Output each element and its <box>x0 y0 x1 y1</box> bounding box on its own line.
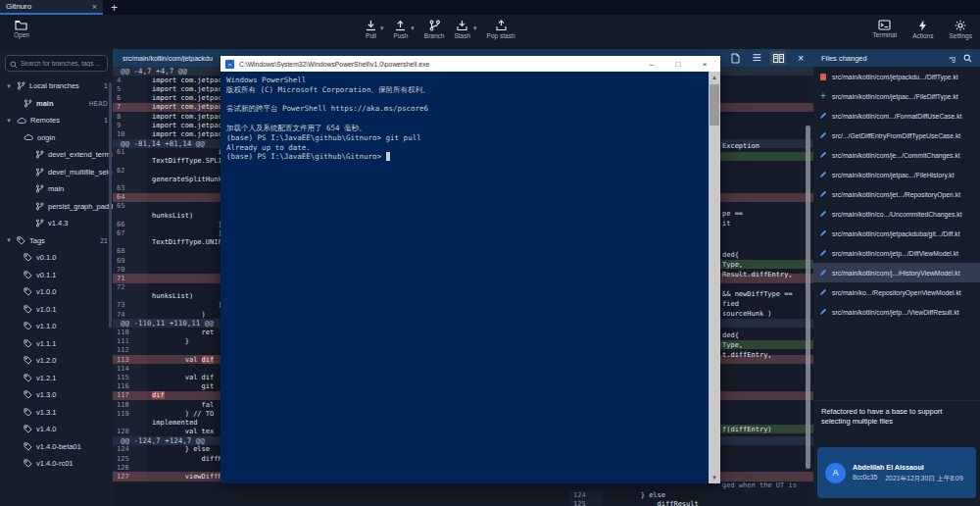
tag-icon <box>24 253 32 262</box>
sidebar-item-remote-branch[interactable]: persist_graph_paddin <box>0 198 113 216</box>
powershell-scrollbar[interactable]: ▲ ▼ <box>709 72 720 483</box>
console-line: Already up to date. <box>226 143 705 153</box>
pop-stash-icon <box>495 20 508 31</box>
chevron-down-icon[interactable]: ▾ <box>5 236 13 244</box>
line-number: 66 <box>113 220 147 228</box>
sidebar-item-tag[interactable]: v0.1.0 <box>0 249 113 267</box>
branch-icon <box>17 81 25 90</box>
terminal-button[interactable]: Terminal <box>873 20 898 39</box>
diff-right-fragment: ded{ <box>722 250 813 259</box>
close-tab-icon[interactable]: × <box>92 2 97 12</box>
split-view-icon[interactable] <box>770 51 786 65</box>
powershell-titlebar[interactable]: > C:\Windows\System32\WindowsPowerShell\… <box>220 56 720 72</box>
modified-file-icon <box>819 249 827 257</box>
scroll-down-icon[interactable]: ▼ <box>709 472 720 483</box>
pull-button[interactable]: Pull <box>365 20 377 39</box>
changed-file-row[interactable]: src/main/kotlin/com/jetpac.../FileHistor… <box>813 165 980 184</box>
line-number <box>113 157 147 166</box>
tag-icon <box>24 408 32 417</box>
changed-file-row[interactable]: src/main/kotlin/com/jetp.../ViewDiffResu… <box>813 302 980 322</box>
changed-file-row[interactable]: src/main/kotlin/com/jetpackdu.../DiffTyp… <box>813 67 980 86</box>
code-text: } else <box>603 490 665 499</box>
repository-tab[interactable]: Gitnuro × <box>0 0 103 15</box>
tag-label: v1.1.0 <box>36 322 56 330</box>
changed-file-row[interactable]: src/main/kotlin/com/je.../CommitChanges.… <box>813 145 980 165</box>
sidebar-item-tag[interactable]: v1.3.0 <box>0 386 113 404</box>
changed-file-row[interactable]: src/main/kotlin/com/jetpackduba/git.../D… <box>813 224 980 243</box>
actions-button[interactable]: Actions <box>912 20 933 39</box>
changed-file-row[interactable]: src/main/kotlin/co.../UncommitedChanges.… <box>813 204 980 224</box>
powershell-console[interactable]: Windows PowerShell版权所有 (C) Microsoft Cor… <box>220 72 720 483</box>
modified-file-icon <box>819 288 827 296</box>
changed-file-row[interactable]: src/main/kotlin/com.../FormatDiffUseCase… <box>813 106 980 126</box>
minimize-icon[interactable]: – <box>641 60 662 69</box>
changed-file-row[interactable]: src/main/kotlin/com/j.../HistoryViewMode… <box>813 263 980 282</box>
sidebar-item-tag[interactable]: v0.1.1 <box>0 267 113 284</box>
sidebar-item-remote-branch[interactable]: devel_multifile_select <box>0 164 113 181</box>
section-remotes[interactable]: ▾ Remotes 1 <box>0 112 113 129</box>
maximize-icon[interactable]: □ <box>667 60 689 69</box>
files-changed-header: Files changed ᵃg <box>813 49 980 67</box>
close-icon[interactable]: × <box>694 60 715 69</box>
pop-stash-button[interactable]: Pop stash <box>487 20 515 39</box>
diff-line[interactable]: 124 } else <box>569 490 813 499</box>
console-line: 版权所有 (C) Microsoft Corporation。保留所有权利。 <box>226 85 705 95</box>
diff-line[interactable]: 125 diffResult <box>569 499 813 506</box>
search-icon[interactable] <box>963 54 972 63</box>
sidebar-scrollbar[interactable] <box>109 82 112 328</box>
pull-options-chevron-icon[interactable]: ▾ <box>380 25 384 39</box>
new-tab-button[interactable]: + <box>103 0 125 15</box>
sidebar-item-remote-branch[interactable]: main <box>0 180 113 198</box>
sidebar-item-tag[interactable]: v1.3.1 <box>0 404 113 422</box>
open-repository-button[interactable]: Open <box>14 20 29 38</box>
changed-file-row[interactable]: src/main/kotlin/com/jet.../RepositoryOpe… <box>813 184 980 204</box>
chevron-down-icon[interactable]: ▾ <box>5 117 13 125</box>
sidebar-item-remote-branch[interactable]: devel_extend_termina <box>0 146 113 164</box>
stash-options-chevron-icon[interactable]: ▾ <box>473 25 477 39</box>
section-tags[interactable]: ▾ Tags 21 <box>0 232 113 250</box>
changed-file-row[interactable]: src/.../GetDiffEntryFromDiffTypeUseCase.… <box>813 126 980 145</box>
changed-file-row[interactable]: +src/main/kotlin/com/jetpac.../FileDiffT… <box>813 86 980 106</box>
files-changed-panel: Files changed ᵃg src/main/kotlin/com/jet… <box>813 49 980 506</box>
sidebar-item-main-branch[interactable]: main HEAD <box>0 95 113 113</box>
powershell-window[interactable]: > C:\Windows\System32\WindowsPowerShell\… <box>220 56 720 483</box>
diff-right-fragment: ged when the UT is <box>722 481 813 489</box>
sidebar-item-tag[interactable]: v1.1.0 <box>0 318 113 335</box>
sidebar-item-tag[interactable]: v1.4.0 <box>0 421 113 438</box>
push-options-chevron-icon[interactable]: ▾ <box>411 25 415 39</box>
branch-button[interactable]: Branch <box>424 20 445 39</box>
tag-label: v1.0.1 <box>36 305 56 314</box>
changed-file-row[interactable]: src/main/ko.../RepositoryOpenViewModel.k… <box>813 282 980 302</box>
sidebar-item-tag[interactable]: v1.0.1 <box>0 301 113 319</box>
scroll-up-icon[interactable]: ▲ <box>709 72 720 83</box>
line-number: 118 <box>113 400 147 409</box>
unified-view-icon[interactable]: ≡ <box>749 51 764 65</box>
sidebar-item-tag[interactable]: v1.1.1 <box>0 335 113 353</box>
branch-search-box[interactable] <box>5 55 108 72</box>
line-number: 6 <box>113 94 147 103</box>
sidebar-item-origin[interactable]: origin <box>0 129 113 147</box>
settings-button[interactable]: Settings <box>950 20 973 39</box>
file-path: src/main/kotlin/com/je.../CommitChanges.… <box>832 152 960 159</box>
search-input[interactable] <box>21 60 103 67</box>
push-button[interactable]: Push <box>394 20 409 39</box>
text-diff-icon[interactable] <box>727 51 743 65</box>
sidebar-item-tag[interactable]: v1.2.0 <box>0 352 113 370</box>
stash-button[interactable]: Stash <box>454 20 470 39</box>
scrollbar-thumb[interactable] <box>710 84 719 126</box>
changed-file-row[interactable]: src/main/kotlin/com/jetp.../DiffViewMode… <box>813 243 980 263</box>
commit-author-card[interactable]: A Abdelilah El Aissaoui 8cc0c35 2021年12月… <box>817 447 976 498</box>
close-diff-icon[interactable]: × <box>798 53 804 64</box>
sidebar-item-remote-branch[interactable]: v1.4.3 <box>0 215 113 232</box>
line-number: 110 <box>113 328 147 336</box>
diff-scrollbar[interactable] <box>806 126 810 469</box>
sidebar-item-tag[interactable]: v1.4.0-rc01 <box>0 455 113 473</box>
branch-icon <box>35 219 44 228</box>
sidebar-item-tag[interactable]: v1.4.0-beta01 <box>0 438 113 456</box>
section-local-branches[interactable]: ▾ Local branches 1 <box>0 77 113 95</box>
tag-icon <box>24 287 32 296</box>
sidebar-item-tag[interactable]: v1.0.0 <box>0 283 113 301</box>
sidebar-item-tag[interactable]: v1.2.1 <box>0 370 113 387</box>
chevron-down-icon[interactable]: ▾ <box>5 82 13 90</box>
text-filter-icon[interactable]: ᵃg <box>950 55 956 62</box>
